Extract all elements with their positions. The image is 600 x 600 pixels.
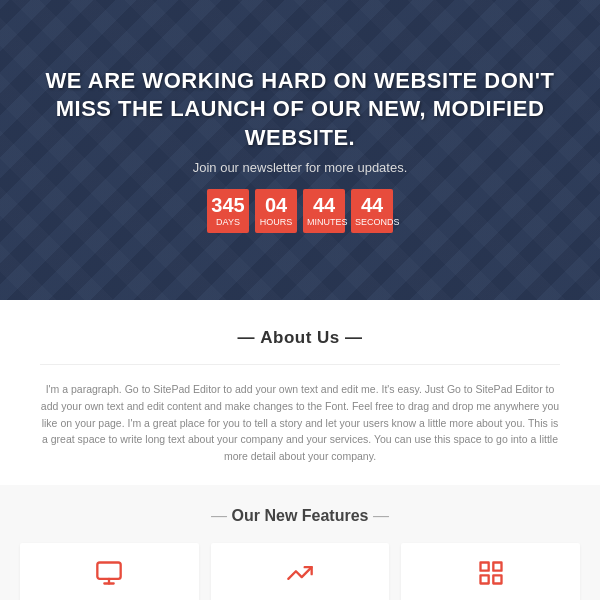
countdown-hours: 04 Hours (255, 189, 297, 233)
hours-value: 04 (259, 195, 293, 215)
features-title: — Our New Features — (211, 507, 389, 524)
minutes-label: Minutes (307, 217, 341, 227)
about-body: I'm a paragraph. Go to SitePad Editor to… (40, 381, 560, 465)
countdown-days: 345 Days (207, 189, 249, 233)
countdown-seconds: 44 Seconds (351, 189, 393, 233)
features-grid: Branding I'm a paragraph. Go to SitePad … (20, 543, 580, 600)
hero-headline: WE ARE WORKING HARD ON WEBSITE DON'T MIS… (20, 67, 580, 153)
svg-rect-3 (480, 562, 488, 570)
features-section: — Our New Features — Branding I'm a para… (0, 485, 600, 600)
hours-label: Hours (259, 217, 293, 227)
monitor-icon (32, 559, 187, 594)
chart-icon (223, 559, 378, 594)
about-divider (40, 364, 560, 365)
features-title-container: — Our New Features — (20, 507, 580, 525)
feature-card-marketing: Marketing I'm a paragraph. Go to SitePad… (211, 543, 390, 600)
seconds-label: Seconds (355, 217, 389, 227)
hero-subtext: Join our newsletter for more updates. (20, 160, 580, 175)
days-label: Days (211, 217, 245, 227)
hero-section: WE ARE WORKING HARD ON WEBSITE DON'T MIS… (0, 0, 600, 300)
about-section: — About Us — I'm a paragraph. Go to Site… (0, 300, 600, 485)
svg-rect-6 (493, 575, 501, 583)
svg-rect-5 (480, 575, 488, 583)
svg-rect-0 (98, 562, 121, 578)
days-value: 345 (211, 195, 245, 215)
countdown-minutes: 44 Minutes (303, 189, 345, 233)
seconds-value: 44 (355, 195, 389, 215)
feature-card-webdesign: Web Design I'm a paragraph. Go to SitePa… (401, 543, 580, 600)
feature-card-branding: Branding I'm a paragraph. Go to SitePad … (20, 543, 199, 600)
about-title: — About Us — (40, 328, 560, 348)
grid-icon (413, 559, 568, 594)
svg-rect-4 (493, 562, 501, 570)
countdown-timer: 345 Days 04 Hours 44 Minutes 44 Seconds (20, 189, 580, 233)
minutes-value: 44 (307, 195, 341, 215)
